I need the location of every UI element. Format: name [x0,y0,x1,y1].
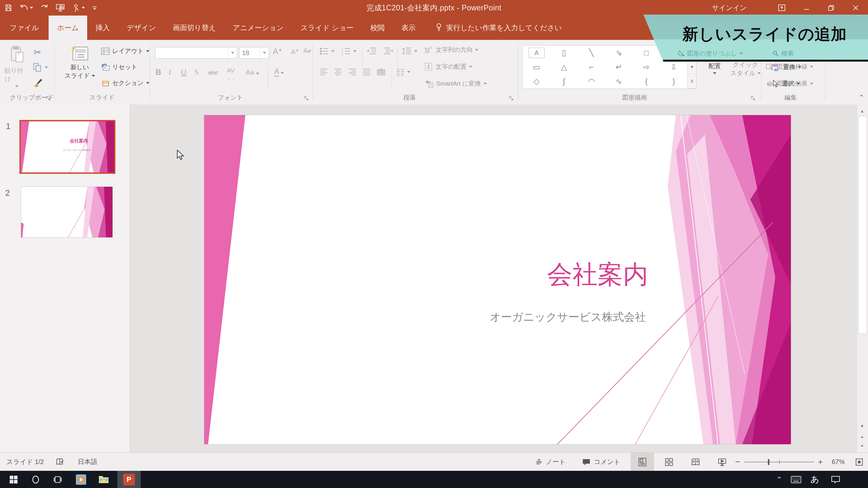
scroll-up-icon[interactable]: ▲ [858,107,866,115]
shape-elbow-arrow-icon[interactable]: ↵ [605,60,633,74]
normal-view-button[interactable] [631,453,654,471]
font-color-button[interactable]: A [274,67,284,76]
tab-file[interactable]: ファイル [0,16,49,40]
shape-effects-dropdown-icon[interactable] [810,83,813,85]
paste-dropdown-icon[interactable] [15,85,19,87]
shapes-more-icon[interactable]: ⊻ [688,74,696,89]
section-button[interactable]: セクション [101,79,149,87]
font-dialog-launcher-icon[interactable] [304,96,309,102]
task-view-button[interactable] [49,471,67,488]
layout-dropdown-icon[interactable] [146,50,149,52]
customize-qat-icon[interactable] [92,5,97,10]
increase-font-size-button[interactable]: A▲ [273,47,282,56]
zoom-out-button[interactable]: − [735,453,740,471]
shape-left-brace-icon[interactable]: { [633,74,660,89]
quick-styles-dropdown-icon[interactable] [757,72,761,74]
arrange-dropdown-icon[interactable] [713,72,716,74]
slide-canvas[interactable]: 会社案内 オーガニックサービス株式会社 [204,115,791,444]
clear-formatting-button[interactable]: A [303,47,312,57]
shape-scribble-icon[interactable]: ∫ [550,74,578,89]
drawing-dialog-launcher-icon[interactable] [751,96,755,102]
shape-rectangle-icon[interactable]: □ [633,46,660,60]
tab-home[interactable]: ホーム [49,16,87,40]
font-size-combobox[interactable]: 18 [239,47,269,59]
decrease-font-size-button[interactable]: A▼ [291,48,299,56]
shape-outline-dropdown-icon[interactable] [810,66,813,68]
shape-arc-icon[interactable]: ◠ [578,74,605,89]
ribbon-display-options-icon[interactable] [770,0,794,16]
font-color-dropdown-icon[interactable] [281,72,284,74]
tell-me-box[interactable]: 実行したい作業を入力してください [424,16,562,40]
touch-mode-button[interactable] [72,4,85,12]
reading-view-button[interactable] [684,453,707,471]
bullets-dropdown-icon[interactable] [331,50,335,52]
select-dropdown-icon[interactable] [797,83,800,85]
spell-check-icon[interactable] [56,453,64,471]
tab-insert[interactable]: 挿入 [87,16,118,40]
scrollbar-thumb[interactable] [858,116,867,334]
copy-dropdown-icon[interactable] [45,66,48,68]
shape-vertical-textbox-icon[interactable]: ▯ [550,46,578,60]
shape-fill-button-ghost[interactable]: 図形の塗りつぶし [677,49,743,58]
previous-slide-button[interactable]: ⏶ [858,433,866,441]
convert-smartart-button[interactable]: SmartArt に変換 [425,80,487,88]
language-indicator[interactable]: 日本語 [78,453,97,471]
touch-keyboard-icon[interactable] [787,471,805,488]
line-spacing-button[interactable] [402,47,417,56]
paste-button[interactable]: 貼り付け [4,46,29,87]
new-slide-button[interactable]: 新しい スライド [61,45,98,80]
redo-button[interactable] [40,4,49,12]
increase-indent-button[interactable] [383,47,393,56]
numbering-button[interactable]: 123 [342,47,356,56]
restore-button[interactable] [819,0,843,16]
replace-dropdown-icon[interactable] [798,66,801,68]
replace-button[interactable]: abac 置換 [771,63,801,72]
font-name-dropdown-icon[interactable] [231,52,234,54]
save-icon[interactable] [4,4,12,12]
convert-smartart-dropdown-icon[interactable] [484,83,487,85]
zoom-level[interactable]: 67% [832,453,845,471]
sign-in-link[interactable]: サインイン [712,3,747,12]
clipboard-dialog-launcher-icon[interactable] [46,96,51,102]
reset-button[interactable]: リセット [101,63,137,71]
text-direction-button[interactable]: A 文字列の方向 [425,46,478,54]
minimize-button[interactable] [794,0,819,16]
shape-right-brace-icon[interactable]: } [660,74,687,89]
line-spacing-dropdown-icon[interactable] [414,50,417,52]
tab-transitions[interactable]: 画面切り替え [164,16,224,40]
shape-curve-icon[interactable]: ∿ [605,74,633,89]
shape-triangle-icon[interactable]: △ [550,60,578,74]
shadow-button[interactable]: S [194,68,199,77]
shape-right-arrow-icon[interactable]: ⇨ [633,60,660,74]
fit-to-window-icon[interactable] [855,453,864,471]
cortana-search-button[interactable] [27,471,45,488]
shape-rounded-rectangle-icon[interactable]: ▭ [523,60,550,74]
close-button[interactable] [843,0,868,16]
slide-subtitle-text[interactable]: オーガニックサービス株式会社 [490,310,646,325]
shapes-scroll-down-icon[interactable]: ▼ [688,60,696,74]
slideshow-view-button[interactable] [711,453,734,471]
undo-button[interactable] [20,4,33,12]
powerpoint-taskbar-icon[interactable]: P [117,471,141,488]
undo-dropdown-icon[interactable] [30,7,33,9]
bold-button[interactable]: B [156,68,161,77]
align-text-dropdown-icon[interactable] [469,66,472,68]
layout-button[interactable]: レイアウト [101,47,149,56]
numbering-dropdown-icon[interactable] [353,50,356,52]
collapse-ribbon-icon[interactable]: ⌃ [859,93,864,101]
slide-thumbnail-1[interactable]: 会社案内 オーガニックサービス株式会社 [20,120,115,174]
section-dropdown-icon[interactable] [146,82,149,84]
select-button[interactable]: 選択 [771,80,800,88]
shape-arrow-icon[interactable]: ⇘ [605,46,633,60]
shape-line-icon[interactable]: ╲ [578,46,605,60]
start-button[interactable] [4,471,23,488]
shape-textbox-icon[interactable]: A [529,48,545,58]
shape-down-arrow-icon[interactable]: ⇩ [660,60,687,74]
character-spacing-button[interactable]: AV←→ [227,67,235,81]
zoom-slider-thumb[interactable] [768,459,770,465]
distribute-text-button[interactable] [377,68,386,76]
copy-button[interactable] [32,63,48,72]
paragraph-dialog-launcher-icon[interactable] [509,96,514,102]
change-case-dropdown-icon[interactable] [256,73,259,74]
change-case-button[interactable]: Aa [246,68,259,76]
